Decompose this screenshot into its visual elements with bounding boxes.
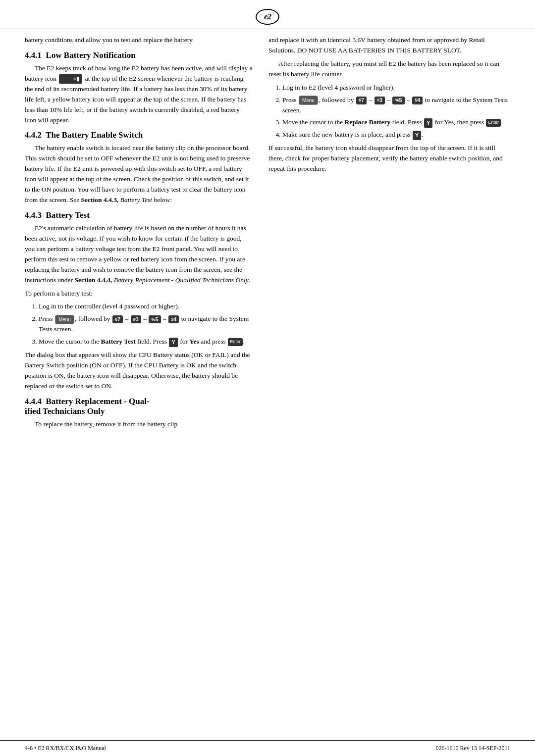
footer-right: 026-1610 Rev 13 14-SEP-2011 [435, 745, 510, 752]
perform-label: To perform a battery test: [25, 289, 253, 299]
key-7-2: 67 [356, 97, 367, 104]
yes-label-1: Yes [189, 338, 199, 345]
y-key-1: Y [169, 338, 177, 347]
y-key-2: Y [424, 118, 432, 128]
key-4-1: $4 [168, 315, 179, 323]
section-441: 4.4.1 Low Battery Notification The E2 ke… [25, 50, 253, 126]
right-step-3: Move the cursor to the Replace Battery f… [282, 117, 510, 128]
section-443-para1: E2's automatic calculation of battery li… [25, 223, 253, 286]
battery-test-italic: Battery Test [120, 196, 152, 203]
section-441-heading: 4.4.1 Low Battery Notification [25, 50, 253, 60]
y-key-3: Y [413, 131, 421, 140]
section-ref-443: Section 4.4.3, [81, 196, 119, 203]
section-442-title: The Battery Enable Switch [46, 130, 143, 140]
right-intro-para: and replace it with an identical 3.6V ba… [268, 35, 510, 56]
replace-battery-steps: Log in to E2 (level 4 password or higher… [282, 83, 510, 141]
key-5-2: %5 [392, 97, 404, 104]
step-1: Log in to the controller (level 4 passwo… [39, 302, 253, 312]
menu-key-2: Menu [299, 96, 318, 105]
section-441-para: The E2 keeps track of how long the E2 ba… [25, 63, 253, 126]
success-para: If successful, the battery icon should d… [268, 143, 510, 174]
key-3-2: #3 [374, 97, 385, 104]
replace-battery-field-label: Replace Battery [345, 118, 391, 126]
section-442-number: 4.4.2 [25, 130, 42, 140]
section-444-intro: To replace the battery, remove it from t… [25, 419, 253, 430]
section-442-para: The battery enable switch is located nea… [25, 143, 253, 205]
content-area: battery conditions and allow you to test… [0, 35, 535, 433]
section-442: 4.4.2 The Battery Enable Switch The batt… [25, 130, 253, 205]
enter-key-2: Enter [486, 119, 501, 127]
logo-e2: e2 [256, 9, 279, 25]
right-step-4: Make sure the new battery is in place, a… [282, 130, 510, 140]
right-step-1: Log in to E2 (level 4 password or higher… [282, 83, 510, 93]
footer-left: 4-6 • E2 RX/BX/CX I&O Manual [25, 745, 106, 752]
enter-key-1: Enter [228, 338, 243, 346]
page: e2 battery conditions and allow you to t… [0, 0, 535, 756]
right-column: and replace it with an identical 3.6V ba… [268, 35, 510, 433]
section-444-title: Battery Replacement - Qual-ified Technic… [25, 397, 150, 416]
step-2: Press Menu, followed by 67 – #3 – %5 – $… [39, 314, 253, 335]
left-intro-para: battery conditions and allow you to test… [25, 35, 253, 46]
section-444: 4.4.4 Battery Replacement - Qual-ified T… [25, 397, 253, 430]
section-443-heading: 4.4.3 Battery Test [25, 210, 253, 220]
section-ref-444: Section 4.4.4, [75, 276, 112, 284]
section-443: 4.4.3 Battery Test E2's automatic calcul… [25, 210, 253, 392]
dialog-para: The dialog box that appears will show th… [25, 350, 253, 392]
section-444-number: 4.4.4 [25, 397, 42, 406]
right-step-2: Press Menu, followed by 67 – #3 – %5 – $… [282, 95, 510, 116]
battery-icon-inline: ⇥▮ [59, 74, 82, 84]
menu-key-1: Menu [55, 315, 74, 325]
section-441-number: 4.4.1 [25, 50, 42, 60]
left-column: battery conditions and allow you to test… [25, 35, 253, 433]
key-5-1: %5 [149, 315, 160, 323]
battery-test-field-label: Battery Test [101, 338, 136, 345]
step-3: Move the cursor to the Battery Test fiel… [39, 337, 253, 347]
section-441-title: Low Battery Notification [46, 50, 136, 60]
key-4-2: $4 [412, 97, 423, 104]
section-442-heading: 4.4.2 The Battery Enable Switch [25, 130, 253, 140]
key-3-1: #3 [131, 315, 141, 323]
after-replace-para: After replacing the battery, you must te… [268, 59, 510, 80]
header: e2 [0, 0, 535, 29]
section-443-number: 4.4.3 [25, 210, 42, 220]
section-443-title: Battery Test [46, 210, 90, 220]
section-444-heading: 4.4.4 Battery Replacement - Qual-ified T… [25, 397, 253, 416]
key-7-1: 67 [112, 315, 123, 323]
battery-replace-italic: Battery Replacement - Qualified Technici… [114, 276, 249, 284]
footer: 4-6 • E2 RX/BX/CX I&O Manual 026-1610 Re… [0, 740, 535, 756]
battery-test-steps: Log in to the controller (level 4 passwo… [39, 302, 253, 347]
